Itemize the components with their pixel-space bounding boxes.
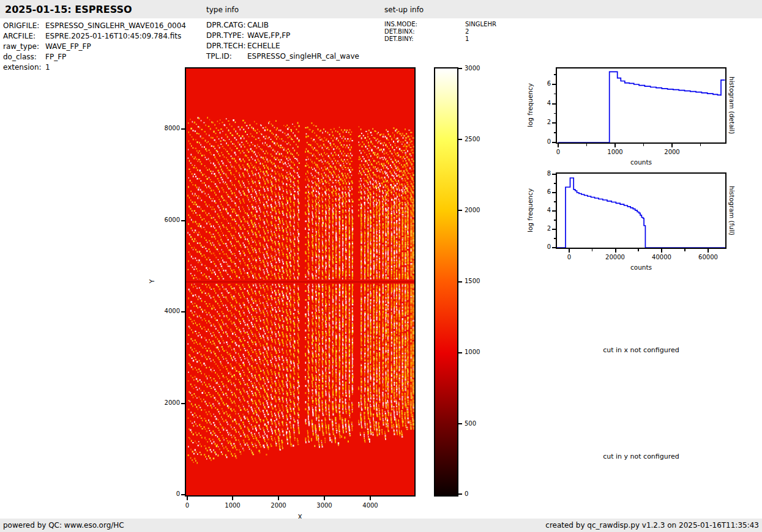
tick-mark (552, 247, 556, 248)
cbar-tick-3000: 3000 (465, 65, 480, 72)
main-ytick-8000: 8000 (155, 125, 180, 132)
page-title: 2025-01-15: ESPRESSO (5, 4, 132, 15)
tick-mark (181, 220, 185, 221)
type-info-value-type: WAVE,FP,FP (247, 31, 290, 40)
hf-yaxis-label: log frequency (526, 186, 534, 235)
main-ytick-2000: 2000 (155, 399, 180, 407)
hf-xaxis-label: counts (557, 264, 725, 271)
hd-yaxis-label: log frequency (526, 81, 534, 130)
type-info-label-catg: DPR.CATG: (206, 21, 246, 29)
tick-mark (552, 103, 556, 105)
tick-mark (615, 249, 616, 253)
hf-ytick-2: 2 (534, 225, 551, 232)
hd-xtick-0: 0 (545, 149, 572, 156)
tick-mark (671, 144, 673, 147)
hd-ytick-0: 0 (534, 138, 551, 146)
tick-mark (370, 497, 371, 500)
histogram-full-plot (556, 172, 727, 249)
type-info-label-type: DPR.TYPE: (206, 31, 244, 40)
main-xtick-2000: 2000 (266, 502, 291, 509)
tick-mark (552, 192, 556, 193)
tick-mark (232, 497, 233, 500)
tick-mark (569, 249, 570, 253)
tick-mark (458, 423, 462, 424)
file-info-label-doclass: do_class: (3, 53, 37, 61)
hf-xtick-40000: 40000 (648, 254, 675, 261)
cbar-tick-0: 0 (465, 490, 468, 498)
tick-mark (554, 74, 556, 75)
type-info-value-catg: CALIB (247, 21, 269, 29)
tick-mark (458, 210, 462, 211)
histogram-detail-curve (557, 68, 725, 142)
tick-mark (181, 128, 185, 130)
tick-mark (552, 210, 556, 212)
setup-info-label-insmode: INS.MODE: (384, 21, 417, 28)
setup-info-value-binx: 2 (465, 28, 469, 35)
tick-mark (554, 132, 556, 133)
hd-right-label: histogram (detail) (728, 67, 736, 144)
footer-left: powered by QC: www.eso.org/HC (3, 519, 124, 532)
hd-xtick-2000: 2000 (659, 149, 685, 156)
hf-ytick-4: 4 (534, 207, 551, 214)
cut-x-message: cut in x not configured (557, 346, 725, 354)
tick-mark (552, 142, 556, 143)
tick-mark (558, 144, 559, 147)
type-info-value-tech: ECHELLE (247, 42, 280, 50)
cbar-tick-2000: 2000 (465, 207, 480, 214)
tick-mark (324, 497, 325, 500)
type-info-value-tplid: ESPRESSO_singleHR_cal_wave (247, 52, 359, 61)
main-yaxis-label: Y (148, 269, 155, 294)
raw-image-plot (185, 67, 416, 497)
type-info-label-tech: DPR.TECH: (206, 42, 246, 50)
setup-info-value-insmode: SINGLEHR (465, 21, 496, 28)
tick-mark (643, 144, 644, 146)
tick-mark (458, 493, 462, 495)
hf-ytick-0: 0 (534, 243, 551, 251)
cbar-tick-500: 500 (465, 420, 476, 427)
tick-mark (554, 94, 556, 95)
tick-mark (554, 113, 556, 114)
tick-mark (458, 352, 462, 353)
cbar-tick-1000: 1000 (465, 349, 480, 356)
tick-mark (708, 249, 709, 253)
hf-xtick-20000: 20000 (602, 254, 629, 261)
tick-mark (187, 497, 188, 500)
hd-xaxis-label: counts (557, 158, 725, 166)
tick-mark (552, 174, 556, 175)
file-info-label-arcfile: ARCFILE: (3, 32, 35, 40)
setup-info-value-biny: 1 (465, 35, 469, 42)
tick-mark (554, 183, 556, 184)
raw-image-heatmap (186, 68, 414, 495)
hf-right-label: histogram (full) (728, 172, 736, 249)
main-xtick-4000: 4000 (358, 502, 383, 509)
hf-ytick-8: 8 (534, 170, 551, 177)
histogram-detail-plot (556, 67, 727, 144)
hd-xtick-1000: 1000 (602, 149, 629, 156)
cut-y-message: cut in y not configured (557, 453, 725, 460)
main-ytick-6000: 6000 (155, 216, 180, 224)
histogram-full-curve (557, 174, 725, 248)
tick-mark (552, 84, 556, 85)
colorbar (434, 67, 458, 497)
hd-ytick-2: 2 (534, 119, 551, 126)
tick-mark (586, 144, 588, 146)
setup-info-label-binx: DET.BINX: (384, 28, 415, 35)
file-info-value-origfile: ESPRESSO_SINGLEHR_WAVE016_0004 (45, 21, 186, 30)
tick-mark (554, 201, 556, 202)
file-info-label-rawtype: raw_type: (3, 42, 39, 51)
tick-mark (181, 311, 185, 312)
main-xtick-1000: 1000 (220, 502, 245, 509)
tick-mark (661, 249, 662, 253)
tick-mark (458, 139, 462, 140)
footer-right: created by qc_rawdisp.py v1.2.3 on 2025-… (545, 519, 759, 532)
qc-report-page: 2025-01-15: ESPRESSO type info set-up in… (0, 0, 762, 532)
tick-mark (554, 220, 556, 221)
tick-mark (278, 497, 279, 500)
section-header-setup-info: set-up info (384, 6, 424, 14)
type-info-label-tplid: TPL.ID: (206, 52, 232, 61)
section-header-type-info: type info (206, 6, 239, 14)
tick-mark (614, 144, 616, 147)
tick-mark (181, 494, 185, 495)
tick-mark (552, 229, 556, 230)
hf-ytick-6: 6 (534, 188, 551, 196)
